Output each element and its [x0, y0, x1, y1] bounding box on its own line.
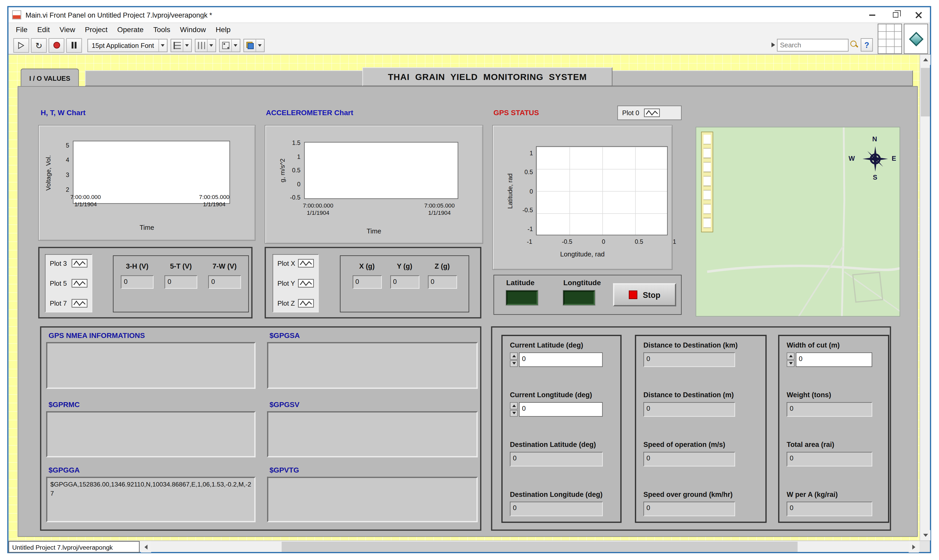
- tick-label: 0: [297, 180, 301, 187]
- resize-objects-button[interactable]: [219, 38, 240, 52]
- vi-icon-diamond: [909, 32, 923, 46]
- resize-dropdown-arrow[interactable]: [231, 39, 239, 51]
- legend-item-ploty[interactable]: Plot Y: [278, 279, 314, 288]
- width-of-cut-input[interactable]: 0: [787, 352, 872, 367]
- current-longtitude-input[interactable]: 0: [510, 402, 603, 417]
- tick-label: -0.5: [523, 207, 533, 214]
- search-expand-icon[interactable]: [771, 42, 775, 47]
- legend-item-plot3[interactable]: Plot 3: [50, 259, 87, 268]
- value-column: 7-W (V)0: [208, 263, 241, 312]
- legend-item-plotx[interactable]: Plot X: [278, 259, 314, 268]
- connector-pane-icon[interactable]: [877, 23, 902, 54]
- restore-icon: [893, 12, 898, 18]
- param-label: Distance to Destination (m): [643, 391, 758, 398]
- htw-x-start: 7:00:00.000 1/1/1904: [62, 194, 109, 209]
- legend-item-plot5[interactable]: Plot 5: [50, 279, 87, 288]
- minimize-button[interactable]: [861, 7, 884, 23]
- menu-item-operate[interactable]: Operate: [113, 24, 148, 35]
- param-label: Speed over ground (km/hr): [643, 491, 758, 498]
- menu-item-edit[interactable]: Edit: [32, 24, 55, 35]
- accel-x-end: 7:00:05.000 1/1/1904: [416, 202, 463, 217]
- scroll-left-button[interactable]: [141, 541, 151, 553]
- vi-icon[interactable]: [904, 23, 928, 54]
- value-header: Z (g): [435, 263, 450, 270]
- vertical-scroll-thumb[interactable]: [921, 68, 930, 117]
- param-label: Destination Longitude (deg): [510, 491, 613, 498]
- chevron-down-icon: [161, 44, 165, 46]
- gps-status-title: GPS STATUS: [493, 109, 539, 117]
- spinner-arrows-icon[interactable]: [787, 352, 794, 367]
- pause-button[interactable]: [66, 38, 82, 52]
- scroll-down-button[interactable]: [920, 530, 930, 541]
- arrow-left-icon: [145, 545, 148, 549]
- tick-label: -1: [527, 226, 533, 232]
- search-input[interactable]: [777, 38, 849, 51]
- help-button[interactable]: ?: [861, 38, 873, 52]
- spinner-value[interactable]: 0: [519, 352, 603, 367]
- longtitude-led-label: Longtitude: [563, 278, 601, 287]
- distribute-dropdown-arrow[interactable]: [207, 39, 216, 51]
- param-label: Width of cut (m): [787, 342, 881, 349]
- abort-button[interactable]: [49, 38, 65, 52]
- horizontal-scroll-thumb[interactable]: [282, 542, 798, 552]
- maximize-button[interactable]: [884, 7, 907, 23]
- menu-item-tools[interactable]: Tools: [148, 24, 175, 35]
- menu-item-file[interactable]: File: [11, 24, 32, 35]
- spinner-value[interactable]: 0: [519, 402, 603, 417]
- gps-plot-legend[interactable]: Plot 0: [617, 106, 682, 120]
- param-row: Destination Longitude (deg) 0: [510, 491, 613, 516]
- plot5-sample-icon: [72, 279, 88, 288]
- vertical-scrollbar[interactable]: [920, 55, 930, 540]
- scroll-up-button[interactable]: [920, 55, 930, 65]
- spinner-arrows-icon[interactable]: [510, 352, 518, 367]
- menu-item-view[interactable]: View: [55, 24, 80, 35]
- legend-item-plot7[interactable]: Plot 7: [50, 299, 87, 308]
- tick-label: -0.5: [290, 194, 301, 201]
- gps-controls-group: Latitude Longtitude Stop: [493, 275, 682, 315]
- latitude-led-label: Latitude: [506, 278, 535, 287]
- legend-label: Plot 3: [50, 260, 67, 267]
- pause-icon: [72, 42, 77, 49]
- accel-legend: Plot X Plot Y Plot Z: [273, 254, 319, 312]
- stop-button-label: Stop: [643, 290, 660, 299]
- scroll-right-button[interactable]: [909, 541, 919, 553]
- spinner-value[interactable]: 0: [796, 352, 872, 367]
- param-label: Weight (tons): [787, 391, 881, 398]
- htw-y-ticks: 5 4 3 2: [57, 142, 69, 193]
- close-button[interactable]: [907, 7, 930, 23]
- align-dropdown-arrow[interactable]: [183, 39, 191, 51]
- accel-x-axis-label: Time: [265, 228, 483, 235]
- value-x-display: 0: [352, 275, 382, 289]
- arrow-right-icon: [912, 545, 916, 549]
- current-latitude-input[interactable]: 0: [510, 352, 603, 367]
- search-icon[interactable]: [850, 41, 859, 49]
- run-button[interactable]: [14, 38, 29, 52]
- time-label: 7:00:00.000: [62, 194, 109, 201]
- value-7w-display: 0: [208, 275, 241, 289]
- font-selector-dropdown-arrow[interactable]: [158, 39, 167, 51]
- reorder-button[interactable]: [243, 38, 264, 52]
- param-label: Distance to Destination (km): [643, 342, 758, 349]
- menu-item-project[interactable]: Project: [80, 24, 113, 35]
- htw-x-end: 7:00:05.000 1/1/1904: [191, 194, 238, 209]
- titlebar: Main.vi Front Panel on Untitled Project …: [9, 7, 930, 23]
- latitude-led: [506, 291, 538, 305]
- tick-label: 4: [66, 157, 69, 163]
- value-header: 5-T (V): [170, 263, 192, 270]
- font-selector[interactable]: 15pt Application Font: [88, 38, 168, 52]
- htw-x-axis-label: Time: [39, 224, 255, 231]
- legend-item-plotz[interactable]: Plot Z: [278, 299, 314, 308]
- menu-item-help[interactable]: Help: [211, 24, 235, 35]
- legend-label: Plot 7: [50, 300, 67, 307]
- project-label-chip[interactable]: Untitled Project 7.lvproj/veerapongk: [9, 541, 140, 553]
- stop-button[interactable]: Stop: [613, 283, 676, 306]
- reorder-dropdown-arrow[interactable]: [255, 39, 264, 51]
- total-area-display: 0: [787, 452, 872, 466]
- spinner-arrows-icon[interactable]: [510, 402, 518, 417]
- htw-y-axis-label: Voltage, Vol.: [44, 151, 51, 195]
- menu-item-window[interactable]: Window: [175, 24, 211, 35]
- tab-io-values[interactable]: I / O VALUES: [21, 69, 79, 87]
- distribute-objects-button[interactable]: [195, 38, 216, 52]
- run-continuous-button[interactable]: ↻: [31, 38, 47, 52]
- align-objects-button[interactable]: [170, 38, 192, 52]
